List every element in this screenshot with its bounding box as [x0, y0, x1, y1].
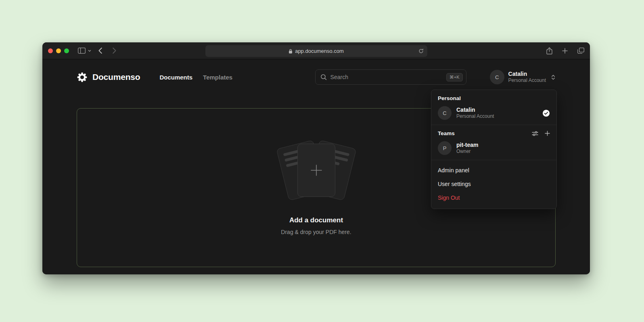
lock-icon — [289, 49, 293, 54]
menu-personal-heading: Personal — [438, 95, 550, 101]
zoom-window-button[interactable] — [64, 48, 69, 53]
tab-overview-icon[interactable] — [577, 48, 584, 54]
sidebar-toggle-icon[interactable] — [78, 48, 86, 54]
minimize-window-button[interactable] — [56, 48, 61, 53]
close-window-button[interactable] — [48, 48, 53, 53]
account-name: Catalin — [508, 71, 546, 78]
menu-item-sign-out[interactable]: Sign Out — [431, 191, 556, 205]
menu-item-admin-panel[interactable]: Admin panel — [431, 163, 556, 177]
menu-teams-heading: Teams — [438, 130, 455, 136]
team-role: Owner — [456, 148, 478, 155]
plus-icon — [309, 163, 323, 177]
add-team-icon[interactable] — [545, 131, 550, 136]
menu-item-team[interactable]: P pit-team Owner — [438, 141, 550, 155]
documenso-logo-icon — [77, 72, 88, 83]
search-icon — [320, 74, 327, 80]
forward-icon[interactable] — [113, 48, 116, 54]
sidebar-chevron-down-icon[interactable] — [88, 50, 91, 52]
dropzone-title: Add a document — [289, 216, 343, 224]
new-tab-plus-icon[interactable] — [562, 48, 568, 54]
share-icon[interactable] — [546, 47, 552, 54]
personal-avatar: C — [438, 106, 452, 120]
dropzone-subtitle: Drag & drop your PDF here. — [281, 229, 351, 235]
chevron-up-down-icon — [551, 74, 556, 80]
illustration-card-center — [297, 144, 335, 197]
account-dropdown-menu: Personal C Catalin Personal Account — [431, 90, 557, 209]
account-menu-button[interactable]: C Catalin Personal Account — [490, 70, 556, 84]
menu-item-personal-account[interactable]: C Catalin Personal Account — [438, 106, 550, 120]
nav-documents[interactable]: Documents — [159, 74, 192, 81]
account-subtitle: Personal Account — [508, 77, 546, 84]
main-nav: Documents Templates — [159, 74, 232, 81]
nav-templates[interactable]: Templates — [203, 74, 232, 81]
check-circle-icon — [542, 109, 550, 117]
search-input[interactable] — [330, 74, 443, 80]
team-name: pit-team — [456, 142, 478, 149]
team-avatar: P — [438, 141, 452, 155]
address-bar[interactable]: app.documenso.com — [205, 45, 427, 57]
search-shortcut-badge: ⌘+K — [446, 73, 463, 82]
document-stack-illustration — [268, 140, 365, 202]
app-page: Documenso Documents Templates ⌘+K C — [42, 59, 590, 274]
back-icon[interactable] — [98, 48, 102, 54]
brand-name: Documenso — [92, 72, 140, 82]
traffic-lights — [48, 48, 69, 53]
search-box[interactable]: ⌘+K — [315, 69, 466, 85]
browser-window: app.documenso.com — [42, 42, 590, 274]
browser-toolbar: app.documenso.com — [42, 42, 590, 59]
url-text: app.documenso.com — [295, 48, 344, 54]
menu-item-user-settings[interactable]: User settings — [431, 177, 556, 191]
personal-subtitle: Personal Account — [456, 113, 494, 119]
reload-icon[interactable] — [418, 48, 424, 54]
brand[interactable]: Documenso — [77, 72, 140, 83]
personal-name: Catalin — [456, 107, 494, 114]
manage-teams-icon[interactable] — [532, 131, 538, 136]
account-avatar: C — [490, 70, 504, 84]
